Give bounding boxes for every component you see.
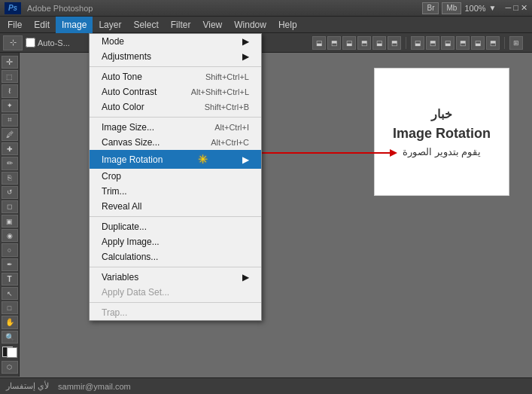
quick-mask-tool[interactable]: ⬡	[2, 361, 18, 374]
hand-tool[interactable]: ✋	[2, 316, 18, 328]
eyedropper-tool[interactable]: 🖉	[2, 128, 18, 141]
menu-item-adjustments[interactable]: Adjustments ▶	[90, 49, 261, 64]
submenu-arrow-mode: ▶	[242, 36, 249, 47]
menu-file[interactable]: File	[2, 17, 28, 33]
menu-item-image-rotation[interactable]: Image Rotation ✳ ▶	[90, 150, 261, 169]
title-text: Adobe Photoshop	[27, 4, 93, 13]
status-bar: sammir@ymail.com لأي إستفسار	[0, 377, 532, 394]
crop-tool[interactable]: ⌗	[2, 114, 18, 127]
image-dropdown-menu: Mode ▶ Adjustments ▶ Auto Tone Shift+Ctr…	[89, 33, 262, 321]
zoom-dropdown-icon[interactable]: ▼	[489, 4, 497, 12]
menu-item-apply-data-set: Apply Data Set...	[90, 285, 261, 300]
options-bar: ⊹ Auto-S... ⬓ ⬒ ⬓ ⬒ ⬓ ⬒ ⬓ ⬒ ⬓ ⬒ ⬓ ⬒ ⊞	[0, 33, 532, 53]
separator-4	[90, 267, 261, 267]
canvas-ar-title: خبار	[431, 107, 452, 121]
menu-item-trap: Trap...	[90, 305, 261, 320]
zoom-tool[interactable]: 🔍	[2, 331, 18, 344]
distribute-center-v-icon[interactable]: ⬓	[471, 36, 485, 50]
zoom-display: 100%	[464, 4, 485, 13]
menu-item-mode[interactable]: Mode ▶	[90, 34, 261, 49]
menu-view[interactable]: View	[196, 17, 228, 33]
history-brush-tool[interactable]: ↺	[2, 186, 18, 199]
move-tool[interactable]: ✛	[2, 56, 18, 69]
distribute-bottom-icon[interactable]: ⬒	[486, 36, 500, 50]
left-toolbar: ✛ ⬚ ℓ ✦ ⌗ 🖉 ✚ ✏ ⎘ ↺ ◻ ▣ ◉ ○ ✒ T ↖ □ ✋ 🔍 …	[0, 53, 20, 377]
menu-item-image-size[interactable]: Image Size... Alt+Ctrl+I	[90, 120, 261, 135]
menu-item-duplicate[interactable]: Duplicate...	[90, 219, 261, 234]
menu-item-auto-tone[interactable]: Auto Tone Shift+Ctrl+L	[90, 69, 261, 84]
menu-item-auto-contrast[interactable]: Auto Contrast Alt+Shift+Ctrl+L	[90, 84, 261, 99]
menu-window[interactable]: Window	[228, 17, 272, 33]
status-email: sammir@ymail.com	[58, 382, 131, 391]
move-tool-btn[interactable]: ⊹	[3, 35, 23, 50]
bridge-btn[interactable]: Br	[422, 2, 439, 14]
distribute-center-h-icon[interactable]: ⬒	[426, 36, 439, 50]
distribute-left-icon[interactable]: ⬓	[411, 36, 424, 50]
status-ar-text: لأي إستفسار	[6, 381, 49, 391]
marquee-tool[interactable]: ⬚	[2, 70, 18, 83]
submenu-arrow-variables: ▶	[242, 272, 249, 283]
align-left-icon[interactable]: ⬓	[312, 36, 326, 50]
auto-select-checkbox[interactable]	[26, 38, 35, 47]
distribute-right-icon[interactable]: ⬓	[441, 36, 454, 50]
blur-tool[interactable]: ◉	[2, 229, 18, 242]
align-center-v-icon[interactable]: ⬓	[372, 36, 386, 50]
canvas-ar-sub: يقوم بتدوير الصورة	[403, 146, 481, 157]
align-top-icon[interactable]: ⬒	[357, 36, 371, 50]
menu-bar: File Edit Image Layer Select Filter View…	[0, 17, 532, 33]
menu-item-canvas-size[interactable]: Canvas Size... Alt+Ctrl+C	[90, 135, 261, 150]
spot-healing-tool[interactable]: ✚	[2, 142, 18, 155]
ps-logo-icon: Ps	[5, 2, 21, 14]
menu-layer[interactable]: Layer	[93, 17, 127, 33]
window-controls: ─ □ ✕	[505, 3, 527, 13]
pen-tool[interactable]: ✒	[2, 258, 18, 271]
lasso-tool[interactable]: ℓ	[2, 84, 18, 97]
submenu-arrow-adjustments: ▶	[242, 51, 249, 62]
brush-tool[interactable]: ✏	[2, 157, 18, 170]
submenu-arrow-rotation: ▶	[242, 154, 249, 165]
auto-align-icon[interactable]: ⊞	[509, 36, 523, 50]
menu-item-trim[interactable]: Trim...	[90, 184, 261, 199]
menu-image[interactable]: Image	[56, 17, 93, 33]
separator-1	[90, 66, 261, 67]
menu-item-reveal-all[interactable]: Reveal All	[90, 199, 261, 214]
gradient-tool[interactable]: ▣	[2, 215, 18, 228]
menu-filter[interactable]: Filter	[165, 17, 197, 33]
canvas-info-box: خبار Image Rotation يقوم بتدوير الصورة	[374, 68, 509, 196]
menu-help[interactable]: Help	[272, 17, 303, 33]
auto-select-label: Auto-S...	[38, 38, 70, 47]
align-bottom-icon[interactable]: ⬒	[388, 36, 401, 50]
burst-icon: ✳	[198, 152, 208, 166]
menu-item-calculations[interactable]: Calculations...	[90, 249, 261, 264]
distribute-top-icon[interactable]: ⬒	[456, 36, 470, 50]
separator-3	[90, 216, 261, 217]
separator-5	[90, 302, 261, 303]
menu-item-crop[interactable]: Crop	[90, 169, 261, 184]
type-tool[interactable]: T	[2, 273, 18, 286]
canvas-en-title: Image Rotation	[393, 126, 491, 142]
path-select-tool[interactable]: ↖	[2, 287, 18, 300]
mb-btn[interactable]: Mb	[442, 2, 461, 14]
eraser-tool[interactable]: ◻	[2, 200, 18, 213]
quick-select-tool[interactable]: ✦	[2, 99, 18, 112]
menu-edit[interactable]: Edit	[28, 17, 56, 33]
clone-stamp-tool[interactable]: ⎘	[2, 172, 18, 185]
menu-item-auto-color[interactable]: Auto Color Shift+Ctrl+B	[90, 99, 261, 115]
align-center-h-icon[interactable]: ⬒	[327, 36, 341, 50]
main-area: ✛ ⬚ ℓ ✦ ⌗ 🖉 ✚ ✏ ⎘ ↺ ◻ ▣ ◉ ○ ✒ T ↖ □ ✋ 🔍 …	[0, 53, 532, 377]
shape-tool[interactable]: □	[2, 301, 18, 314]
align-right-icon[interactable]: ⬓	[342, 36, 356, 50]
menu-item-apply-image[interactable]: Apply Image...	[90, 234, 261, 249]
dodge-tool[interactable]: ○	[2, 243, 18, 256]
menu-item-variables[interactable]: Variables ▶	[90, 270, 261, 285]
menu-select[interactable]: Select	[127, 17, 164, 33]
separator-2	[90, 117, 261, 118]
title-bar: Ps Adobe Photoshop Br Mb 100% ▼ ─ □ ✕	[0, 0, 532, 17]
